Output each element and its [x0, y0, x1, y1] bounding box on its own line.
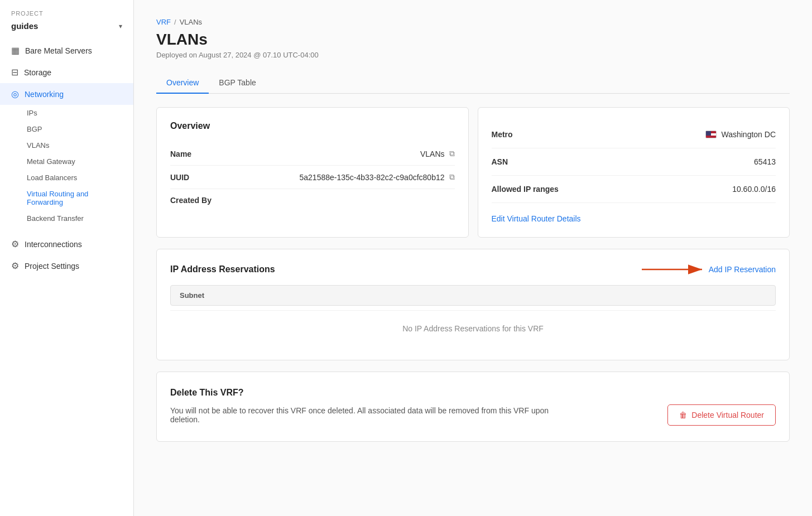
sidebar-sub-label: Virtual Routing and Forwarding: [27, 190, 88, 206]
sidebar-sub-load-balancers[interactable]: Load Balancers: [0, 170, 133, 186]
server-icon: ▦: [11, 45, 20, 56]
breadcrumb: VRF / VLANs: [156, 18, 790, 26]
sidebar-item-label: Storage: [24, 68, 51, 77]
network-icon: ◎: [11, 89, 19, 99]
card-row-created-by: Created By: [170, 189, 455, 211]
settings-icon: ⚙: [11, 261, 19, 271]
edit-virtual-router-link[interactable]: Edit Virtual Router Details: [492, 214, 581, 223]
sidebar-sub-vlans[interactable]: VLANs: [0, 137, 133, 153]
delete-title: Delete This VRF?: [170, 388, 776, 398]
sidebar-item-networking[interactable]: ◎ Networking: [0, 83, 133, 105]
copy-name-icon[interactable]: ⧉: [449, 149, 455, 158]
ip-reservations-section: IP Address Reservations Add IP Reservati…: [156, 249, 790, 360]
empty-state-message: No IP Address Reservations for this VRF: [170, 310, 776, 346]
page-subtitle: Deployed on August 27, 2024 @ 07.10 UTC-…: [156, 51, 790, 59]
sidebar-item-bare-metal[interactable]: ▦ Bare Metal Servers: [0, 40, 133, 61]
interconnections-icon: ⚙: [11, 239, 19, 249]
trash-icon: 🗑: [679, 411, 687, 419]
field-label-created-by: Created By: [170, 196, 212, 205]
project-selector[interactable]: guides ▾: [0, 19, 133, 40]
overview-card-title: Overview: [170, 121, 455, 131]
breadcrumb-current: VLANs: [180, 18, 202, 26]
delete-body-row: You will not be able to recover this VRF…: [170, 404, 776, 426]
sidebar-sub-ips[interactable]: IPs: [0, 105, 133, 121]
tab-overview[interactable]: Overview: [156, 73, 209, 94]
ip-reservations-title: IP Address Reservations: [170, 264, 275, 274]
tabs-bar: Overview BGP Table: [156, 73, 790, 94]
sidebar-sub-bgp[interactable]: BGP: [0, 121, 133, 137]
add-ip-reservation-container: Add IP Reservation: [642, 263, 776, 276]
field-label-name: Name: [170, 150, 191, 158]
chevron-down-icon: ▾: [119, 22, 122, 30]
arrow-icon: [642, 263, 709, 276]
card-row-metro: Metro Washington DC: [492, 121, 776, 148]
metro-label: Metro: [492, 130, 513, 139]
sidebar-sub-metal-gateway[interactable]: Metal Gateway: [0, 153, 133, 170]
edit-link-container: Edit Virtual Router Details: [492, 203, 776, 224]
field-value-uuid: 5a21588e-135c-4b33-82c2-c9a0cfc80b12 ⧉: [300, 172, 455, 182]
card-row-asn: ASN 65413: [492, 148, 776, 176]
sidebar: PROJECT guides ▾ ▦ Bare Metal Servers ⊟ …: [0, 0, 134, 516]
storage-icon: ⊟: [11, 67, 18, 78]
delete-description: You will not be able to recover this VRF…: [170, 406, 561, 424]
sidebar-sub-backend-transfer[interactable]: Backend Transfer: [0, 210, 133, 226]
sidebar-sub-vrf[interactable]: Virtual Routing and Forwarding: [0, 186, 133, 210]
overview-card: Overview Name VLANs ⧉ UUID 5a21588e-135c…: [156, 107, 469, 238]
ip-reservations-header: IP Address Reservations Add IP Reservati…: [170, 263, 776, 276]
sidebar-item-project-settings[interactable]: ⚙ Project Settings: [0, 255, 133, 277]
field-label-uuid: UUID: [170, 173, 189, 182]
table-header: Subnet: [170, 285, 776, 306]
asn-label: ASN: [492, 157, 508, 166]
tab-bgp-table[interactable]: BGP Table: [209, 73, 266, 94]
project-label: PROJECT: [0, 0, 133, 19]
add-ip-reservation-button[interactable]: Add IP Reservation: [709, 265, 776, 274]
breadcrumb-vrf-link[interactable]: VRF: [156, 18, 171, 26]
sidebar-item-label: Project Settings: [25, 262, 79, 271]
metro-value: Washington DC: [705, 130, 776, 139]
sidebar-sub-label: BGP: [27, 125, 42, 133]
copy-uuid-icon[interactable]: ⧉: [449, 172, 455, 182]
allowed-ip-value: 10.60.0.0/16: [732, 185, 776, 194]
field-value-name: VLANs ⧉: [420, 149, 455, 158]
project-name: guides: [11, 21, 38, 31]
sidebar-sub-label: Metal Gateway: [27, 157, 75, 166]
sidebar-item-storage[interactable]: ⊟ Storage: [0, 61, 133, 83]
sidebar-sub-label: Backend Transfer: [27, 214, 84, 223]
card-row-uuid: UUID 5a21588e-135c-4b33-82c2-c9a0cfc80b1…: [170, 166, 455, 189]
router-details-card: Metro Washington DC ASN 65413 Allowed IP…: [478, 107, 790, 238]
delete-virtual-router-button[interactable]: 🗑 Delete Virtual Router: [667, 404, 776, 426]
sidebar-sub-label: VLANs: [27, 141, 49, 150]
card-row-name: Name VLANs ⧉: [170, 142, 455, 166]
allowed-ip-label: Allowed IP ranges: [492, 185, 559, 194]
sidebar-item-label: Bare Metal Servers: [25, 46, 92, 55]
asn-value: 65413: [754, 157, 776, 166]
page-title: VLANs: [156, 31, 790, 49]
sidebar-item-label: Interconnections: [25, 240, 82, 249]
cards-row: Overview Name VLANs ⧉ UUID 5a21588e-135c…: [156, 107, 790, 238]
sidebar-sub-label: Load Balancers: [27, 173, 77, 182]
delete-vrf-section: Delete This VRF? You will not be able to…: [156, 372, 790, 442]
card-row-allowed-ip: Allowed IP ranges 10.60.0.0/16: [492, 176, 776, 203]
us-flag-icon: [705, 131, 717, 138]
main-content: VRF / VLANs VLANs Deployed on August 27,…: [134, 0, 812, 516]
sidebar-sub-label: IPs: [27, 109, 37, 117]
sidebar-item-label: Networking: [25, 90, 64, 99]
breadcrumb-separator: /: [174, 18, 176, 26]
sidebar-item-interconnections[interactable]: ⚙ Interconnections: [0, 233, 133, 255]
